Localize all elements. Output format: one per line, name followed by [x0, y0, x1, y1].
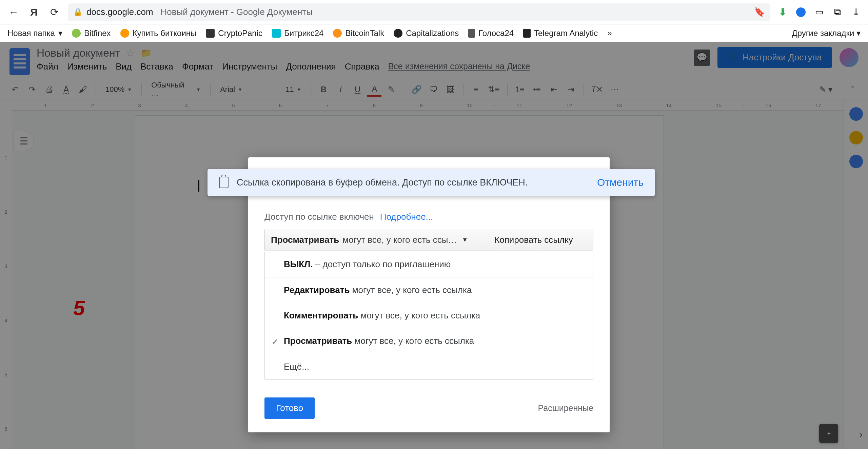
site-icon — [523, 29, 531, 38]
toast-message: Ссылка скопирована в буфер обмена. Досту… — [237, 177, 528, 188]
bookmarks-bar: Новая папка ▾ Bitfinex Купить биткоины C… — [0, 24, 868, 42]
reload-button[interactable]: ⟳ — [47, 5, 61, 19]
url-host: docs.google.com — [86, 7, 153, 17]
site-icon — [272, 29, 281, 38]
advanced-link[interactable]: Расширенные — [538, 403, 593, 413]
bookmark-label: Capitalizations — [406, 28, 459, 38]
bookmark-bitrix24[interactable]: Битрикс24 — [272, 28, 323, 38]
perm-strong: Просматривать — [271, 235, 339, 245]
battery-icon[interactable]: ▭ — [814, 7, 825, 18]
bookmark-icon[interactable]: 🔖 — [754, 7, 765, 17]
other-bookmarks[interactable]: Другие закладки ▾ — [792, 28, 861, 38]
option-more[interactable]: Ещё... — [265, 354, 593, 379]
share-dialog: Доступ по ссылке включен Подробнее... Пр… — [248, 157, 610, 432]
extension-blue-icon[interactable] — [795, 7, 806, 18]
bookmark-golosa24[interactable]: Голоса24 — [468, 28, 514, 38]
bookmark-label: Новая папка — [7, 28, 55, 38]
bookmark-buy-bitcoin[interactable]: Купить биткоины — [120, 28, 197, 38]
site-icon — [333, 29, 342, 38]
downloads-icon[interactable]: ⤓ — [850, 7, 861, 18]
link-sharing-status: Доступ по ссылке включен — [264, 212, 374, 222]
chevron-down-icon: ▾ — [58, 28, 62, 38]
toast-undo-button[interactable]: Отменить — [597, 177, 644, 188]
lock-icon: 🔒 — [73, 8, 82, 17]
learn-more-link[interactable]: Подробнее... — [380, 212, 433, 222]
bookmark-label: Битрикс24 — [284, 28, 323, 38]
option-comment[interactable]: Комментировать могут все, у кого есть сс… — [265, 303, 593, 328]
yandex-button[interactable]: Я — [27, 5, 41, 19]
bookmark-label: CryptoPanic — [218, 28, 262, 38]
chevron-down-icon: ▼ — [462, 236, 468, 243]
download-arrow-icon[interactable]: ⬇ — [777, 7, 788, 18]
bookmark-cryptopanic[interactable]: CryptoPanic — [206, 28, 262, 38]
url-title: Новый документ - Google Документы — [161, 7, 313, 17]
link-copied-toast: Ссылка скопирована в буфер обмена. Досту… — [208, 169, 655, 196]
bookmark-label: Telegram Analytic — [534, 28, 598, 38]
site-icon — [72, 29, 81, 38]
bookmark-bitfinex[interactable]: Bitfinex — [72, 28, 111, 38]
bookmark-label: Голоса24 — [478, 28, 514, 38]
bookmark-label: BitcoinTalk — [345, 28, 384, 38]
browser-toolbar: ← Я ⟳ 🔒 docs.google.com Новый документ -… — [0, 0, 868, 24]
site-icon — [206, 29, 215, 38]
checkmark-icon: ✓ — [272, 337, 278, 347]
copy-link-button[interactable]: Копировать ссылку — [474, 229, 593, 251]
bookmark-folder[interactable]: Новая папка ▾ — [7, 28, 62, 38]
perm-rest: могут все, у кого есть ссы… — [342, 235, 458, 245]
site-icon — [120, 29, 129, 38]
bookmark-label: Bitfinex — [84, 28, 111, 38]
link-permission-dropdown[interactable]: Просматривать могут все, у кого есть ссы… — [265, 229, 474, 251]
option-off[interactable]: ВЫКЛ. – доступ только по приглашению — [265, 252, 593, 277]
bookmark-capitalizations[interactable]: Capitalizations — [394, 28, 459, 38]
option-view[interactable]: ✓ Просматривать могут все, у кого есть с… — [265, 328, 593, 354]
site-icon — [468, 29, 475, 38]
extensions-icon[interactable]: ⧉ — [832, 7, 843, 18]
bookmark-label: Купить биткоины — [133, 28, 197, 38]
option-edit[interactable]: Редактировать могут все, у кого есть ссы… — [265, 277, 593, 303]
clipboard-icon — [219, 177, 229, 188]
permission-options-list: ВЫКЛ. – доступ только по приглашению Ред… — [264, 252, 593, 380]
bookmark-telegram-analytics[interactable]: Telegram Analytic — [523, 28, 598, 38]
bookmark-bitcointalk[interactable]: BitcoinTalk — [333, 28, 384, 38]
back-button[interactable]: ← — [7, 5, 20, 19]
bookmarks-overflow[interactable]: » — [607, 28, 612, 38]
done-button[interactable]: Готово — [264, 397, 315, 419]
address-bar[interactable]: 🔒 docs.google.com Новый документ - Googl… — [68, 3, 770, 21]
browser-actions: ⬇ ▭ ⧉ ⤓ — [777, 7, 861, 18]
site-icon — [394, 29, 402, 38]
